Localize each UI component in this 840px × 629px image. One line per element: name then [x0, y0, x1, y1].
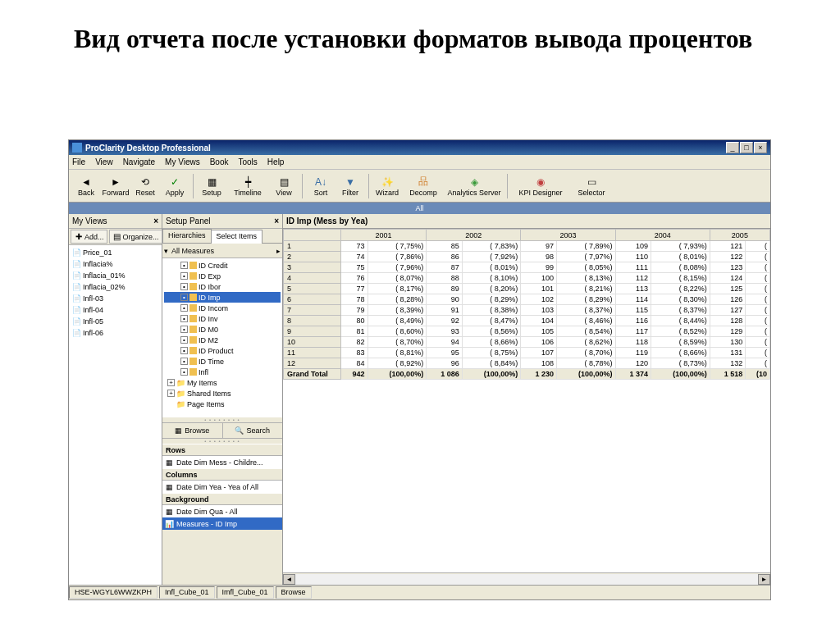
- data-cell[interactable]: 80: [341, 316, 368, 326]
- row-header[interactable]: Grand Total: [284, 369, 341, 380]
- data-cell[interactable]: ( 8,21%): [556, 284, 615, 294]
- data-cell[interactable]: 88: [427, 273, 463, 284]
- setup-button[interactable]: ▦Setup: [198, 171, 226, 201]
- data-cell[interactable]: ( 8,15%): [651, 273, 710, 284]
- filter-bar[interactable]: All: [69, 203, 770, 214]
- data-cell[interactable]: (: [746, 241, 770, 252]
- data-cell[interactable]: (: [746, 305, 770, 316]
- forward-button[interactable]: ►Forward: [102, 171, 130, 201]
- data-cell[interactable]: ( 8,01%): [651, 252, 710, 262]
- view-item[interactable]: 📄Infl-04: [71, 304, 160, 316]
- measure-item[interactable]: •ID M2: [164, 335, 281, 345]
- data-cell[interactable]: 84: [341, 358, 368, 369]
- view-item[interactable]: 📄Price_01: [71, 247, 160, 258]
- data-cell[interactable]: 87: [427, 262, 463, 273]
- menu-file[interactable]: File: [72, 157, 85, 166]
- sort-button[interactable]: A↓Sort: [307, 171, 335, 201]
- filter-button[interactable]: ▼Filter: [336, 171, 364, 201]
- close-panel-icon[interactable]: ×: [153, 217, 158, 226]
- data-cell[interactable]: (: [746, 316, 770, 326]
- data-cell[interactable]: 112: [615, 273, 651, 284]
- data-cell[interactable]: 119: [615, 348, 651, 358]
- page-items-node[interactable]: 📁Page Items: [164, 399, 281, 409]
- data-cell[interactable]: ( 8,44%): [651, 316, 710, 326]
- data-cell[interactable]: 127: [710, 305, 746, 316]
- data-cell[interactable]: (100,00%): [651, 369, 710, 380]
- data-grid[interactable]: 20012002200320042005 173( 7,75%)85( 7,83…: [283, 229, 770, 380]
- data-cell[interactable]: 120: [615, 358, 651, 369]
- measure-item[interactable]: •ID Exp: [164, 271, 281, 281]
- data-cell[interactable]: (: [746, 348, 770, 358]
- data-cell[interactable]: 86: [427, 252, 463, 262]
- data-cell[interactable]: ( 7,86%): [368, 252, 427, 262]
- column-header[interactable]: 2005: [710, 230, 769, 241]
- data-cell[interactable]: (100,00%): [462, 369, 521, 380]
- row-header[interactable]: 10: [284, 337, 341, 348]
- tab-select-items[interactable]: Select Items: [211, 230, 263, 244]
- data-cell[interactable]: 77: [341, 284, 368, 294]
- measure-item[interactable]: •ID Product: [164, 345, 281, 356]
- data-cell[interactable]: 131: [710, 348, 746, 358]
- reset-button[interactable]: ⟲Reset: [131, 171, 159, 201]
- row-header[interactable]: 5: [284, 284, 341, 294]
- data-cell[interactable]: ( 8,49%): [368, 316, 427, 326]
- maximize-button[interactable]: □: [740, 142, 753, 153]
- data-cell[interactable]: ( 7,83%): [462, 241, 521, 252]
- background-item[interactable]: ▦Date Dim Qua - All: [162, 505, 282, 517]
- data-cell[interactable]: ( 8,73%): [651, 358, 710, 369]
- data-cell[interactable]: 102: [521, 294, 557, 305]
- data-cell[interactable]: ( 8,70%): [368, 337, 427, 348]
- view-item[interactable]: 📄Inflacia%: [71, 258, 160, 270]
- data-cell[interactable]: ( 8,37%): [651, 305, 710, 316]
- data-cell[interactable]: ( 8,59%): [651, 337, 710, 348]
- menu-help[interactable]: Help: [267, 157, 285, 166]
- data-cell[interactable]: 81: [341, 326, 368, 337]
- menu-myviews[interactable]: My Views: [165, 157, 200, 166]
- data-cell[interactable]: 114: [615, 294, 651, 305]
- tab-hierarchies[interactable]: Hierarchies: [162, 229, 212, 243]
- view-item[interactable]: 📄Infl-05: [71, 316, 160, 327]
- measure-item[interactable]: •ID Credit: [164, 260, 281, 271]
- data-cell[interactable]: 89: [427, 284, 463, 294]
- data-cell[interactable]: 82: [341, 337, 368, 348]
- measure-item[interactable]: •ID Ibor: [164, 281, 281, 292]
- measure-item[interactable]: •ID M0: [164, 324, 281, 335]
- data-cell[interactable]: 83: [341, 348, 368, 358]
- row-header[interactable]: 6: [284, 294, 341, 305]
- row-header[interactable]: 1: [284, 241, 341, 252]
- rows-item[interactable]: ▦Date Dim Mess - Childre...: [162, 456, 282, 468]
- data-cell[interactable]: 96: [427, 358, 463, 369]
- view-button[interactable]: ▤View: [270, 171, 298, 201]
- data-cell[interactable]: 74: [341, 252, 368, 262]
- data-cell[interactable]: ( 8,84%): [462, 358, 521, 369]
- data-cell[interactable]: 132: [710, 358, 746, 369]
- data-cell[interactable]: ( 8,46%): [556, 316, 615, 326]
- data-cell[interactable]: 1 086: [427, 369, 463, 380]
- view-item[interactable]: 📄Inflacia_01%: [71, 270, 160, 281]
- row-header[interactable]: 2: [284, 252, 341, 262]
- menu-navigate[interactable]: Navigate: [123, 157, 155, 166]
- data-cell[interactable]: 92: [427, 316, 463, 326]
- data-cell[interactable]: ( 8,29%): [556, 294, 615, 305]
- data-cell[interactable]: 115: [615, 305, 651, 316]
- search-button[interactable]: 🔍Search: [223, 423, 283, 438]
- data-cell[interactable]: 97: [521, 241, 557, 252]
- close-button[interactable]: ×: [754, 142, 767, 153]
- data-cell[interactable]: ( 8,08%): [651, 262, 710, 273]
- data-cell[interactable]: 130: [710, 337, 746, 348]
- data-cell[interactable]: ( 8,78%): [556, 358, 615, 369]
- data-cell[interactable]: ( 7,97%): [556, 252, 615, 262]
- column-header[interactable]: 2002: [427, 230, 521, 241]
- data-cell[interactable]: (: [746, 294, 770, 305]
- data-cell[interactable]: ( 8,37%): [556, 305, 615, 316]
- data-cell[interactable]: ( 7,96%): [368, 262, 427, 273]
- data-cell[interactable]: 93: [427, 326, 463, 337]
- data-cell[interactable]: (100,00%): [368, 369, 427, 380]
- organize-button[interactable]: ▤Organize...: [109, 230, 162, 244]
- data-cell[interactable]: 105: [521, 326, 557, 337]
- data-cell[interactable]: ( 8,10%): [462, 273, 521, 284]
- data-cell[interactable]: ( 8,62%): [556, 337, 615, 348]
- data-cell[interactable]: 125: [710, 284, 746, 294]
- data-cell[interactable]: 101: [521, 284, 557, 294]
- data-cell[interactable]: ( 8,29%): [462, 294, 521, 305]
